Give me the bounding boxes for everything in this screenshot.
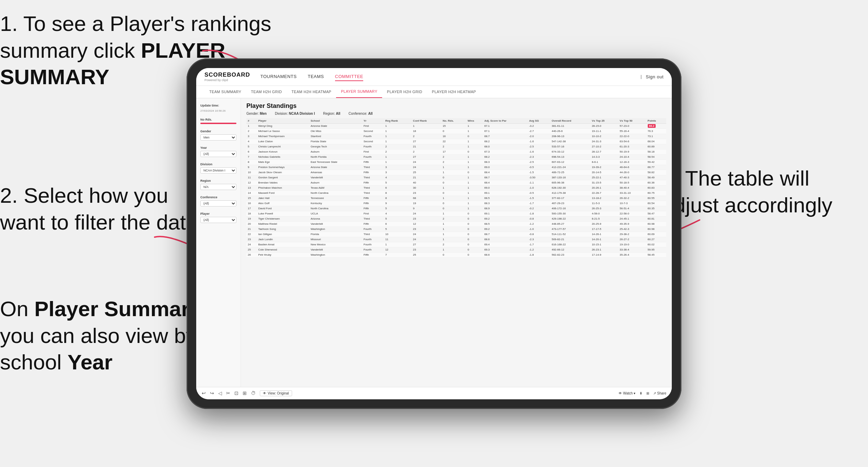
cell-yr: Fifth [362, 252, 384, 257]
cell-top50: 50-18-5 [618, 180, 646, 185]
cell-avg-sg: -1.1 [528, 180, 550, 185]
gender-select[interactable]: Men [200, 134, 236, 141]
filter-conference: Conference: All [348, 112, 372, 115]
rounds-slider[interactable] [200, 123, 236, 124]
cell-school: Florida State [309, 139, 362, 144]
cell-rank: 21 [246, 226, 257, 232]
cell-wins: 0 [466, 247, 483, 252]
clock-icon[interactable]: ⏱ [251, 390, 256, 396]
points-value: 58.82 [648, 171, 655, 174]
table-row: 18 Luke Powell UCLA First 4 24 1 0 69.1 … [246, 211, 666, 216]
cell-avg-sg: -1.7 [528, 242, 550, 247]
content-area: Player Standings Gender: Men Division: N… [241, 98, 672, 387]
sidebar-gender: Gender Men [200, 130, 236, 141]
cell-yr: Third [362, 185, 384, 190]
cell-record: 607-63-12 [550, 159, 590, 165]
tablet-frame: SCOREBOARD Powered by clipd TOURNAMENTS … [187, 58, 681, 409]
cell-wins: 0 [466, 216, 483, 221]
share-icon: ↗ [653, 391, 656, 395]
cell-avg-sg: -0.8 [528, 216, 550, 221]
nav-tournaments[interactable]: TOURNAMENTS [260, 73, 297, 81]
grid-button[interactable]: ⊞ [646, 391, 649, 395]
cell-player: Jacob Skov Olesen [257, 170, 309, 175]
view-selector[interactable]: 👁 View: Original [260, 390, 292, 396]
slider-fill [200, 123, 236, 124]
subnav-team-summary[interactable]: TEAM SUMMARY [204, 86, 246, 98]
cell-yr: First [362, 211, 384, 216]
cell-player: Mats Ege [257, 159, 309, 165]
nav-teams[interactable]: TEAMS [308, 73, 324, 81]
cell-top50: 24-10-4 [618, 154, 646, 159]
cell-top50: 47-40-3 [618, 175, 646, 180]
cell-reg-rank: 1 [384, 242, 412, 247]
player-select[interactable]: (All) [200, 217, 236, 223]
nav-committee[interactable]: COMMITTEE [335, 73, 364, 81]
cell-rank: 3 [246, 134, 257, 139]
cell-adj: 69.4 [483, 242, 527, 247]
cell-top25: 17-17-5 [590, 226, 618, 232]
cell-yr: Third [362, 216, 384, 221]
cell-player: Wenyi Ding [257, 123, 309, 129]
year-select[interactable]: (All) [200, 151, 236, 157]
back-icon[interactable]: ◁ [218, 390, 222, 396]
cell-top50: 49-35-9 [618, 221, 646, 226]
nav-pipe: | [641, 74, 642, 79]
cell-wins: 1 [466, 196, 483, 201]
conference-select[interactable]: (All) [200, 200, 236, 207]
cell-wins: 1 [466, 159, 483, 165]
redo-icon[interactable]: ↪ [210, 390, 214, 396]
bottom-toolbar: ↩ ↪ ◁ ✂ ⊡ ⊞ ⏱ 👁 View: Original 👁 Watch ▾ [196, 387, 672, 399]
cell-wins: 1 [466, 185, 483, 190]
cell-points: 58.54 [646, 154, 666, 159]
cell-yr: Fourth [362, 237, 384, 242]
share-button[interactable]: ↗ Share [653, 391, 666, 395]
subnav-team-h2h-heatmap[interactable]: TEAM H2H HEATMAP [287, 86, 336, 98]
cell-yr: Third [362, 175, 384, 180]
points-value: 60.89 [648, 145, 655, 148]
cut-icon[interactable]: ✂ [226, 390, 230, 396]
cell-top25: 28-15-0 [590, 123, 618, 129]
subnav-team-h2h-grid[interactable]: TEAM H2H GRID [246, 86, 287, 98]
cell-record: 448-85-27 [550, 221, 590, 226]
cell-rank: 11 [246, 175, 257, 180]
cell-school: Arizona State [309, 123, 362, 129]
cell-avg-sg: -0.5 [528, 190, 550, 196]
cell-top50: 22-22-0 [618, 134, 646, 139]
sign-out-link[interactable]: Sign out [646, 73, 664, 81]
cell-wins: 0 [466, 211, 483, 216]
cell-player: Tiger Christensen [257, 216, 309, 221]
cell-conf-rank: 25 [412, 170, 441, 175]
copy-icon[interactable]: ⊡ [234, 390, 238, 396]
cell-school: Arizona [309, 216, 362, 221]
watch-button[interactable]: 👁 Watch ▾ [619, 391, 635, 395]
cell-player: Michael Le Sasso [257, 129, 309, 134]
subnav-player-h2h-heatmap[interactable]: PLAYER H2H HEATMAP [427, 86, 481, 98]
download-button[interactable]: ⬇ [639, 391, 642, 395]
cell-wins: 0 [466, 221, 483, 226]
share-label: Share [657, 391, 666, 395]
cell-top25: 10-15-1 [590, 242, 618, 247]
cell-top50: 19-19-0 [618, 242, 646, 247]
region-select[interactable]: N/A [200, 184, 236, 190]
undo-icon[interactable]: ↩ [202, 390, 206, 396]
points-value: 60.98 [648, 227, 655, 231]
cell-reg-rank: 5 [384, 206, 412, 211]
cell-reg-rank: 4 [384, 175, 412, 180]
cell-rank: 2 [246, 129, 257, 134]
cell-yr: Fifth [362, 196, 384, 201]
division-select[interactable]: NCAA Division I [200, 167, 236, 174]
cell-yr: Fifth [362, 201, 384, 206]
points-value: 68.04 [648, 140, 655, 143]
paste-icon[interactable]: ⊞ [243, 390, 247, 396]
filter-region: Region: All [323, 112, 340, 115]
cell-yr: First [362, 149, 384, 154]
cell-rank: 26 [246, 252, 257, 257]
subnav-player-summary[interactable]: PLAYER SUMMARY [336, 86, 382, 98]
subnav-player-h2h-grid[interactable]: PLAYER H2H GRID [382, 86, 427, 98]
cell-yr: Fifth [362, 221, 384, 226]
cell-record: 698-54-13 [550, 154, 590, 159]
cell-school: North Carolina [309, 206, 362, 211]
cell-avg-sg: -1.5 [528, 196, 550, 201]
cell-top25: 20-26-1 [590, 185, 618, 190]
cell-rds: 0 [441, 201, 466, 206]
